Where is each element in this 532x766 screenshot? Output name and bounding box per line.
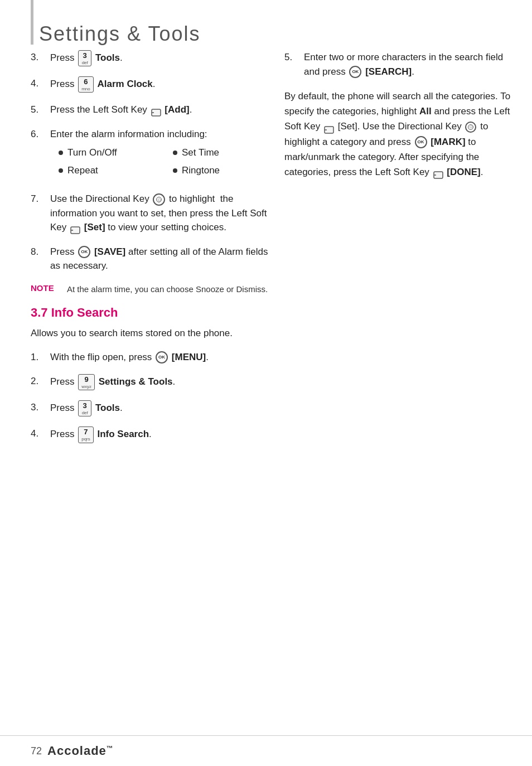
bullet-dot — [173, 151, 177, 155]
item-content: Enter the alarm information including: T… — [50, 127, 276, 182]
item-content: Press the Left Soft Key [Add]. — [50, 103, 276, 117]
bullet-dot — [59, 151, 63, 155]
bullet-item: Turn On/Off — [59, 146, 162, 160]
content-left: 3. Press 3def Tools. 4. Press 6mno Alarm… — [31, 50, 276, 453]
item-content: Press 7pqrs Info Search. — [50, 426, 276, 443]
bracket-add: [Add] — [165, 104, 189, 115]
item-content: With the flip open, press OK [MENU]. — [50, 350, 276, 365]
list-item: 5. Enter two or more characters in the s… — [284, 50, 513, 79]
key-7-badge: 7pqrs — [78, 426, 94, 443]
item-content: Use the Directional Key ○ to highlight t… — [50, 192, 276, 235]
bullet-list: Turn On/Off Set Time Repeat Ringtone — [59, 146, 276, 177]
item-number: 5. — [284, 50, 301, 65]
bullet-item: Repeat — [59, 163, 162, 178]
item-content: Press 3def Tools. — [50, 50, 276, 66]
list-item: 4. Press 7pqrs Info Search. — [31, 426, 276, 443]
item-content: Enter two or more characters in the sear… — [304, 50, 513, 79]
item-content: Press 3def Tools. — [50, 400, 276, 416]
list-item: 7. Use the Directional Key ○ to highligh… — [31, 192, 276, 235]
item-number: 6. — [31, 127, 47, 142]
item-number: 7. — [31, 192, 47, 206]
content-right: 5. Enter two or more characters in the s… — [284, 50, 513, 188]
accent-bar — [31, 0, 33, 45]
bracket-done: [DONE] — [447, 167, 480, 177]
bracket-set: [Set] — [84, 222, 105, 232]
item-number: 4. — [31, 426, 47, 441]
section-37-intro: Allows you to search items stored on the… — [31, 326, 276, 341]
bracket-menu: [MENU] — [172, 352, 206, 362]
key-9-badge: 9wxyz — [78, 374, 95, 390]
right-paragraph: By default, the phone will search all th… — [284, 89, 513, 180]
list-item: 3. Press 3def Tools. — [31, 400, 276, 416]
ok-icon: OK — [415, 136, 427, 148]
bullet-item: Ringtone — [173, 163, 276, 178]
item-content: Press 6mno Alarm Clock. — [50, 76, 276, 93]
list-item: 3. Press 3def Tools. — [31, 50, 276, 66]
ok-icon: OK — [156, 351, 168, 363]
item-number: 8. — [31, 245, 47, 259]
key-3-badge: 3def — [78, 50, 91, 66]
list-item: 1. With the flip open, press OK [MENU]. — [31, 350, 276, 365]
key-3-badge: 3def — [78, 400, 91, 416]
ok-icon: OK — [78, 246, 90, 258]
list-item: 6. Enter the alarm information including… — [31, 127, 276, 182]
note-label: NOTE — [31, 283, 61, 293]
item-number: 3. — [31, 400, 47, 415]
item-number: 2. — [31, 374, 47, 389]
item-number: 4. — [31, 76, 47, 91]
ok-icon: OK — [349, 66, 361, 78]
list-item: 2. Press 9wxyz Settings & Tools. — [31, 374, 276, 390]
brand-name: Accolade — [47, 744, 107, 758]
soft-key-icon — [70, 224, 80, 232]
directional-key-icon: ○ — [153, 193, 165, 206]
page-container: Settings & Tools 3. Press 3def Tools. 4.… — [0, 0, 532, 766]
soft-key-icon — [433, 168, 443, 176]
bullet-item: Set Time — [173, 146, 276, 160]
soft-key-icon — [151, 106, 161, 114]
list-item: 5. Press the Left Soft Key [Add]. — [31, 103, 276, 117]
bracket-mark: [MARK] — [431, 137, 465, 147]
bracket-save: [SAVE] — [94, 246, 125, 257]
section-37-heading: 3.7 Info Search — [31, 306, 276, 320]
footer-brand: Accolade™ — [47, 744, 114, 758]
footer-page-number: 72 — [31, 745, 42, 757]
item-number: 1. — [31, 350, 47, 365]
item-number: 5. — [31, 103, 47, 117]
list-item: 4. Press 6mno Alarm Clock. — [31, 76, 276, 93]
key-6-badge: 6mno — [78, 76, 94, 93]
note-text: At the alarm time, you can choose Snooze… — [67, 283, 268, 296]
item-content: Press OK [SAVE] after setting all of the… — [50, 245, 276, 273]
item-content: Press 9wxyz Settings & Tools. — [50, 374, 276, 390]
soft-key-icon — [324, 123, 334, 131]
note-section: NOTE At the alarm time, you can choose S… — [31, 283, 276, 296]
bracket-search: [SEARCH] — [365, 66, 412, 77]
directional-key-icon: ○ — [465, 122, 476, 133]
footer: 72 Accolade™ — [0, 735, 532, 766]
list-item: 8. Press OK [SAVE] after setting all of … — [31, 245, 276, 273]
bullet-dot — [59, 168, 63, 173]
bullet-dot — [173, 168, 177, 173]
item-number: 3. — [31, 50, 47, 65]
